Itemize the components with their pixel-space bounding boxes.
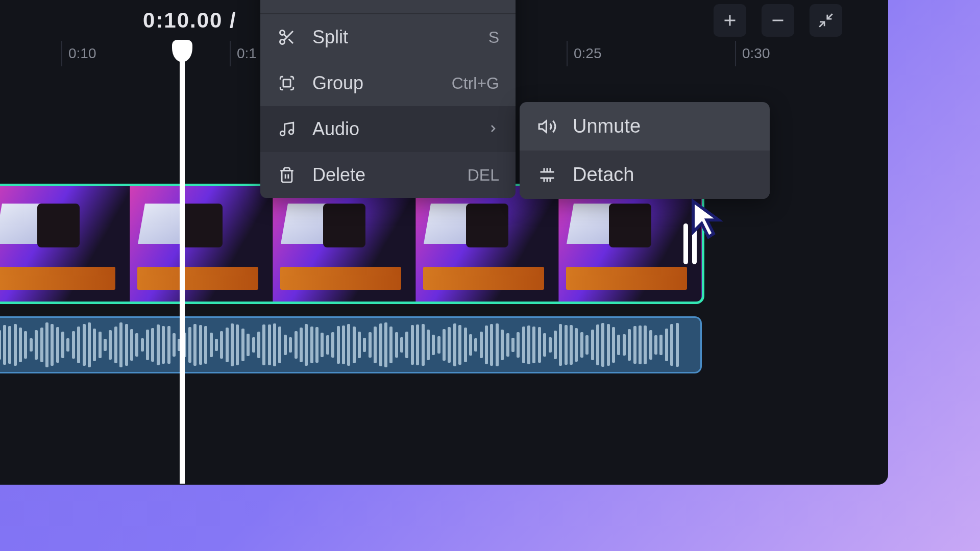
- timestamp-display: 0:10.00 /: [143, 8, 237, 33]
- menu-label: Paste: [312, 0, 438, 1]
- menu-shortcut: S: [488, 28, 499, 47]
- timeline-editor-panel: 0:10.00 / 0:10 0:1 0:25 0:30: [0, 0, 888, 485]
- video-clip[interactable]: [0, 184, 704, 304]
- audio-submenu: Unmute Detach: [520, 102, 770, 199]
- collapse-icon: [817, 12, 835, 29]
- clip-thumbnail: [416, 186, 559, 302]
- svg-line-9: [289, 39, 293, 43]
- svg-point-12: [280, 131, 285, 136]
- svg-line-3: [827, 14, 832, 19]
- minus-icon: [769, 11, 787, 30]
- menu-item-paste[interactable]: Paste Ctrl+V: [260, 0, 516, 14]
- svg-line-4: [819, 22, 824, 27]
- menu-label: Group: [312, 72, 436, 94]
- clip-thumbnail: [0, 186, 130, 302]
- audio-clip[interactable]: [0, 316, 702, 373]
- menu-item-audio[interactable]: Audio: [260, 106, 516, 152]
- playhead[interactable]: [180, 40, 185, 484]
- toolbar-icons: [714, 4, 842, 37]
- menu-label: Split: [312, 27, 473, 48]
- music-icon: [277, 119, 297, 139]
- ruler-tick: 0:1: [230, 41, 257, 66]
- trash-icon: [277, 165, 297, 185]
- submenu-label: Detach: [573, 164, 752, 186]
- svg-rect-11: [283, 80, 290, 87]
- zoom-out-button[interactable]: [762, 4, 794, 37]
- chevron-right-icon: [487, 120, 499, 139]
- svg-line-10: [284, 34, 287, 37]
- clip-thumbnail: [273, 186, 416, 302]
- context-menu: Paste Ctrl+V Split S Group Ctrl+G Audio: [260, 0, 516, 198]
- ruler-tick: 0:25: [567, 41, 602, 66]
- svg-marker-16: [539, 120, 546, 132]
- menu-item-split[interactable]: Split S: [260, 14, 516, 60]
- menu-label: Delete: [312, 164, 452, 186]
- menu-item-group[interactable]: Group Ctrl+G: [260, 60, 516, 106]
- menu-shortcut: DEL: [468, 166, 499, 185]
- zoom-in-button[interactable]: [714, 4, 746, 37]
- submenu-label: Unmute: [573, 115, 752, 137]
- ruler-tick: 0:30: [735, 41, 770, 66]
- plus-icon: [721, 11, 739, 30]
- svg-point-13: [289, 130, 293, 134]
- scissors-icon: [277, 27, 297, 47]
- svg-point-6: [280, 31, 285, 35]
- submenu-item-unmute[interactable]: Unmute: [520, 102, 770, 151]
- submenu-item-detach[interactable]: Detach: [520, 151, 770, 199]
- group-icon: [277, 73, 297, 93]
- playhead-line: [180, 55, 185, 484]
- menu-label: Audio: [312, 118, 472, 140]
- paste-icon: [277, 0, 297, 1]
- svg-point-7: [280, 40, 285, 44]
- speaker-icon: [537, 116, 557, 137]
- ruler-tick: 0:10: [61, 41, 96, 66]
- clip-thumbnail: [130, 186, 273, 302]
- menu-shortcut: Ctrl+G: [452, 74, 499, 93]
- detach-icon: [537, 165, 557, 185]
- cursor-icon: [688, 198, 729, 241]
- fit-button[interactable]: [810, 4, 842, 37]
- menu-item-delete[interactable]: Delete DEL: [260, 152, 516, 198]
